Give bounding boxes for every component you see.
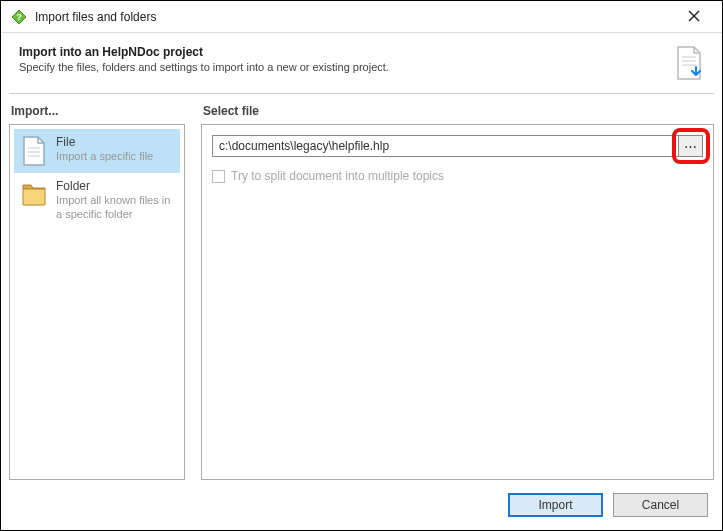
main-heading: Select file (201, 104, 714, 124)
header: Import into an HelpNDoc project Specify … (1, 33, 722, 93)
file-path-row: ⋯ (212, 135, 703, 157)
sidebar-item-title: File (56, 135, 153, 150)
dialog-window: ? Import files and folders Import into a… (0, 0, 723, 531)
close-button[interactable] (674, 9, 714, 25)
titlebar: ? Import files and folders (1, 1, 722, 33)
file-path-input[interactable] (212, 135, 679, 157)
app-icon: ? (11, 9, 27, 25)
folder-icon (20, 179, 48, 211)
sidebar-item-sub: Import all known files in a specific fol… (56, 194, 174, 222)
main-panel: ⋯ Try to split document into multiple to… (201, 124, 714, 480)
footer: Import Cancel (1, 480, 722, 530)
svg-text:?: ? (16, 12, 22, 22)
file-icon (20, 135, 48, 167)
split-checkbox[interactable] (212, 170, 225, 183)
header-title: Import into an HelpNDoc project (19, 45, 664, 59)
window-title: Import files and folders (35, 10, 674, 24)
sidebar-heading: Import... (9, 104, 185, 124)
sidebar-item-folder[interactable]: Folder Import all known files in a speci… (14, 173, 180, 228)
sidebar-item-title: Folder (56, 179, 174, 194)
sidebar-panel: File Import a specific file Folder Impor… (9, 124, 185, 480)
sidebar-item-file[interactable]: File Import a specific file (14, 129, 180, 173)
sidebar: Import... File Import a specific file (9, 104, 185, 480)
browse-button[interactable]: ⋯ (679, 135, 703, 157)
split-label: Try to split document into multiple topi… (231, 169, 444, 183)
import-button[interactable]: Import (508, 493, 603, 517)
cancel-button[interactable]: Cancel (613, 493, 708, 517)
content-area: Import... File Import a specific file (1, 94, 722, 480)
split-option-row: Try to split document into multiple topi… (212, 169, 703, 183)
main-area: Select file ⋯ Try to split document into… (201, 104, 714, 480)
ellipsis-icon: ⋯ (684, 139, 698, 154)
document-import-icon (674, 45, 704, 81)
sidebar-item-sub: Import a specific file (56, 150, 153, 164)
header-subtitle: Specify the files, folders and settings … (19, 61, 664, 73)
